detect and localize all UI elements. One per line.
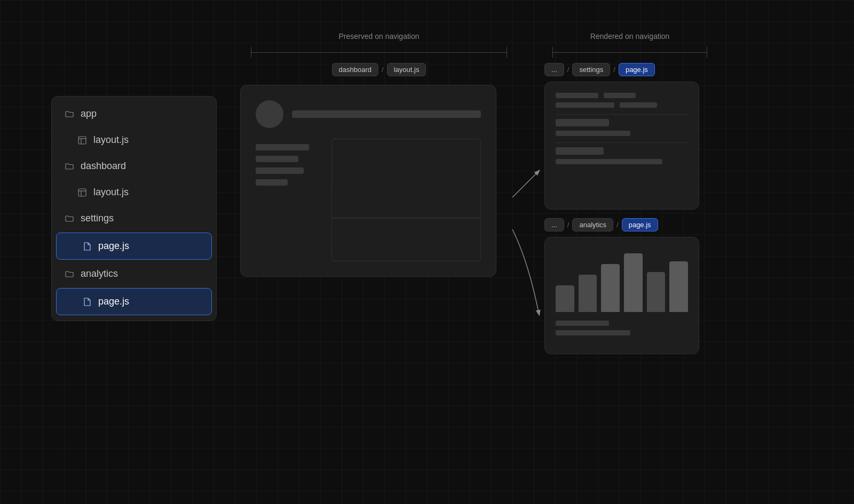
breadcrumb-sep-top: / — [567, 66, 570, 74]
layout-icon — [77, 135, 87, 145]
file-icon-2 — [82, 297, 92, 307]
rp-divider-1 — [556, 114, 688, 115]
tree-label-page2: page.js — [98, 296, 129, 307]
breadcrumb-sep-top2: / — [613, 66, 615, 74]
svg-rect-3 — [78, 189, 86, 196]
bar-5 — [647, 272, 666, 312]
tree-label-analytics: analytics — [81, 268, 118, 279]
rp-row-1 — [556, 93, 688, 98]
tree-label-dashboard: dashboard — [81, 161, 126, 172]
middle-breadcrumb: dashboard / layout.js — [240, 63, 518, 76]
breadcrumb-dashboard: dashboard — [332, 63, 378, 76]
bar-6 — [669, 261, 688, 312]
tree-label-app: app — [81, 108, 97, 119]
breadcrumb-layout: layout.js — [387, 63, 426, 76]
rp-block-5 — [556, 119, 609, 126]
rp-block-4 — [620, 102, 657, 108]
bracket-top — [251, 47, 507, 58]
folder-icon-4 — [65, 269, 74, 279]
breadcrumb-ellipsis-top: ... — [544, 63, 564, 76]
file-icon — [82, 242, 92, 251]
preserved-label: Preserved on navigation — [240, 32, 518, 41]
rp-divider-2 — [556, 142, 688, 143]
rp-section-1 — [556, 93, 688, 108]
tree-label-settings: settings — [81, 213, 114, 224]
tree-item-page1[interactable]: page.js — [56, 233, 212, 260]
right-section: Rendered on navigation ... / settings / … — [544, 32, 715, 354]
rp-block-2 — [604, 93, 636, 98]
rp-row-2 — [556, 102, 688, 108]
folder-icon-3 — [65, 214, 74, 223]
middle-section: Preserved on navigation dashboard / layo… — [240, 32, 518, 277]
mock-bar-3 — [256, 167, 304, 174]
rp-row-5 — [556, 147, 688, 155]
rp-row-4 — [556, 131, 688, 136]
breadcrumb-page-active-bottom: page.js — [622, 218, 658, 231]
right-preview-settings — [544, 82, 699, 210]
rp-row-3 — [556, 119, 688, 126]
tree-item-app[interactable]: app — [52, 101, 216, 127]
svg-rect-0 — [78, 137, 86, 144]
bar-2 — [579, 275, 597, 312]
right-breadcrumb-bottom: ... / analytics / page.js — [544, 218, 715, 231]
content-placeholder — [331, 139, 481, 261]
right-breadcrumb-top: ... / settings / page.js — [544, 63, 715, 76]
rendered-label: Rendered on navigation — [544, 32, 715, 41]
breadcrumb-analytics: analytics — [572, 218, 613, 231]
rp-block-3 — [556, 102, 614, 108]
tree-label-layout2: layout.js — [93, 187, 129, 198]
mock-bar-2 — [256, 156, 298, 162]
bar-1 — [556, 285, 574, 312]
breadcrumb-sep-bottom: / — [567, 221, 570, 229]
folder-icon — [65, 109, 74, 119]
folder-icon-2 — [65, 162, 74, 171]
rp-block-6 — [556, 131, 630, 136]
analytics-preview — [544, 237, 699, 354]
right-bracket-top — [552, 47, 707, 58]
bar-4 — [624, 253, 643, 312]
chart-label-2 — [556, 330, 630, 335]
mock-bar-4 — [256, 179, 288, 186]
breadcrumb-sep-bottom2: / — [616, 221, 619, 229]
rp-block-7 — [556, 147, 604, 155]
tree-item-layout1[interactable]: layout.js — [52, 127, 216, 153]
tree-item-analytics[interactable]: analytics — [52, 261, 216, 287]
tree-label-layout1: layout.js — [93, 134, 129, 146]
tree-item-settings[interactable]: settings — [52, 205, 216, 231]
rp-row-6 — [556, 159, 688, 164]
chart-label-1 — [556, 321, 609, 326]
tree-item-page2[interactable]: page.js — [56, 288, 212, 315]
bar-chart — [556, 248, 688, 312]
breadcrumb-ellipsis-bottom: ... — [544, 218, 564, 231]
bar-3 — [601, 264, 620, 312]
rp-section-2 — [556, 119, 688, 136]
breadcrumb-page-active-top: page.js — [619, 63, 655, 76]
divider-line — [332, 218, 480, 218]
tree-item-layout2[interactable]: layout.js — [52, 179, 216, 205]
sidebar-mock — [256, 144, 320, 186]
layout-icon-2 — [77, 188, 87, 197]
mock-bar-1 — [256, 144, 309, 150]
breadcrumb-sep1: / — [382, 66, 384, 74]
rp-section-3 — [556, 147, 688, 164]
file-tree-panel: app layout.js dashboard layout.js settin… — [51, 96, 217, 321]
rp-block-8 — [556, 159, 662, 164]
tree-item-dashboard[interactable]: dashboard — [52, 153, 216, 179]
rp-block-1 — [556, 93, 598, 98]
header-bar — [292, 110, 481, 118]
main-preview-box — [240, 85, 496, 277]
breadcrumb-settings: settings — [572, 63, 610, 76]
tree-label-page1: page.js — [98, 241, 129, 252]
avatar — [256, 100, 283, 128]
preview-header — [256, 100, 481, 128]
chart-labels — [556, 321, 688, 335]
